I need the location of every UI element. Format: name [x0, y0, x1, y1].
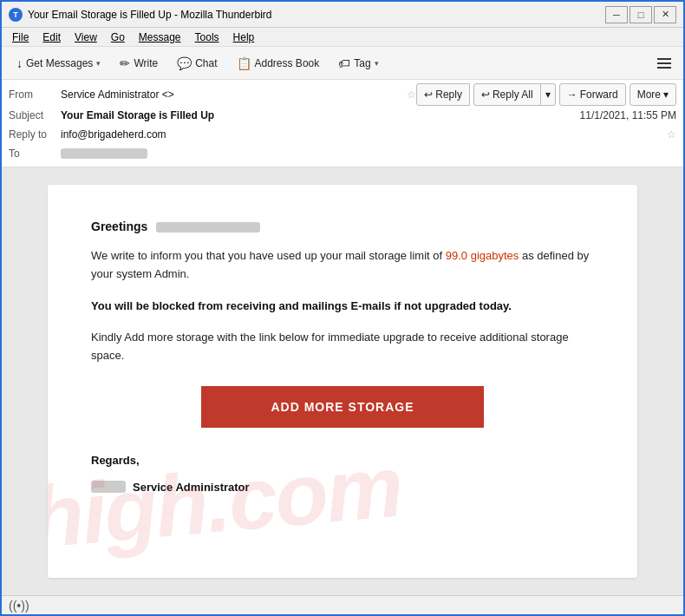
recipient-name-redacted [156, 222, 260, 233]
window-controls: ─ □ ✕ [605, 6, 676, 23]
chat-button[interactable]: 💬 Chat [169, 51, 225, 75]
address-book-button[interactable]: 📋 Address Book [229, 51, 328, 75]
signature-avatar [91, 481, 126, 493]
menu-file[interactable]: File [5, 29, 36, 45]
get-messages-label: Get Messages [26, 57, 93, 69]
date-value: 11/1/2021, 11:55 PM [580, 109, 676, 121]
write-icon: ✏ [120, 56, 130, 70]
greeting-text: Greetings [91, 220, 147, 233]
menu-message[interactable]: Message [132, 29, 188, 45]
para1-highlight: 99.0 gigabytes [446, 249, 519, 262]
reply-all-group: ↩ Reply All ▾ [473, 83, 556, 106]
menu-help[interactable]: Help [226, 29, 262, 45]
email-body-inner: high.com Greetings We write to inform yo… [48, 185, 637, 578]
window-frame: T Your Email Storage is Filled Up - Mozi… [0, 0, 685, 616]
menu-tools[interactable]: Tools [188, 29, 226, 45]
subject-label: Subject [9, 109, 61, 121]
greeting-line: Greetings [91, 220, 594, 233]
reply-all-label: Reply All [493, 88, 533, 101]
email-header: From Service Administrator <> ☆ ↩ Reply … [2, 80, 683, 167]
add-more-storage-button[interactable]: ADD MORE STORAGE [201, 386, 483, 428]
write-label: Write [134, 57, 158, 69]
from-label: From [9, 88, 61, 101]
more-label: More [637, 88, 661, 101]
get-messages-dropdown-icon: ▾ [96, 59, 101, 68]
from-star-icon[interactable]: ☆ [407, 88, 416, 101]
forward-button[interactable]: → Forward [559, 83, 626, 106]
forward-icon: → [567, 88, 577, 101]
close-button[interactable]: ✕ [654, 6, 676, 23]
address-book-icon: 📋 [237, 56, 251, 70]
hamburger-line-1 [657, 58, 671, 60]
body-paragraph-3: Kindly Add more storage with the link be… [91, 329, 594, 365]
tag-button[interactable]: 🏷 Tag ▾ [330, 51, 386, 75]
signature-row: Service Administrator [91, 481, 594, 494]
to-value-redacted [61, 148, 147, 159]
toolbar: ↓ Get Messages ▾ ✏ Write 💬 Chat 📋 Addres… [2, 47, 683, 80]
to-row: To [9, 144, 676, 163]
signature-regards: Regards, [91, 454, 594, 467]
app-icon: T [9, 8, 23, 22]
body-paragraph-1: We write to inform you that you have use… [91, 247, 594, 284]
subject-value: Your Email Storage is Filled Up [61, 109, 580, 121]
maximize-button[interactable]: □ [630, 6, 652, 23]
get-messages-button[interactable]: ↓ Get Messages ▾ [9, 51, 108, 75]
status-bar: ((•)) [2, 595, 683, 614]
reply-to-value: info@brigadeherd.com [61, 128, 663, 141]
reply-to-row: Reply to info@brigadeherd.com ☆ [9, 125, 676, 144]
tag-label: Tag [354, 57, 370, 69]
hamburger-line-2 [657, 62, 671, 64]
reply-group: ↩ Reply [416, 83, 470, 106]
cta-wrapper: ADD MORE STORAGE [91, 386, 594, 428]
reply-to-star-icon[interactable]: ☆ [667, 128, 676, 141]
reply-all-button[interactable]: ↩ Reply All [473, 83, 541, 106]
para1-pre: We write to inform you that you have use… [91, 249, 446, 262]
write-button[interactable]: ✏ Write [112, 51, 166, 75]
reply-all-icon: ↩ [481, 88, 490, 101]
chat-label: Chat [195, 57, 217, 69]
menu-bar: File Edit View Go Message Tools Help [2, 28, 683, 47]
hamburger-menu-button[interactable] [652, 51, 676, 75]
body-paragraph-2: You will be blocked from receiving and m… [91, 298, 594, 316]
wifi-icon: ((•)) [9, 599, 29, 613]
action-buttons: ↩ Reply ↩ Reply All ▾ → Forward [416, 83, 676, 106]
menu-go[interactable]: Go [104, 29, 132, 45]
reply-all-dropdown-button[interactable]: ▾ [541, 83, 556, 106]
address-book-label: Address Book [255, 57, 320, 69]
minimize-button[interactable]: ─ [605, 6, 628, 23]
forward-label: Forward [580, 88, 618, 101]
subject-row: Subject Your Email Storage is Filled Up … [9, 106, 676, 125]
tag-icon: 🏷 [338, 56, 350, 70]
chat-icon: 💬 [177, 56, 192, 70]
more-button[interactable]: More ▾ [630, 83, 676, 106]
to-label: To [9, 147, 61, 160]
hamburger-line-3 [657, 67, 671, 69]
tag-dropdown-icon: ▾ [375, 59, 379, 68]
menu-edit[interactable]: Edit [36, 29, 68, 45]
reply-button[interactable]: ↩ Reply [416, 83, 470, 106]
email-body-outer: high.com Greetings We write to inform yo… [2, 167, 683, 595]
menu-view[interactable]: View [68, 29, 104, 45]
get-messages-icon: ↓ [16, 56, 23, 70]
title-bar: T Your Email Storage is Filled Up - Mozi… [2, 2, 683, 28]
reply-icon: ↩ [424, 88, 433, 101]
from-value: Service Administrator <> [61, 88, 403, 101]
signature-name: Service Administrator [133, 481, 250, 494]
reply-to-label: Reply to [9, 128, 61, 141]
more-dropdown-icon: ▾ [663, 88, 669, 101]
reply-label: Reply [435, 88, 462, 101]
window-title: Your Email Storage is Filled Up - Mozill… [28, 9, 605, 21]
reply-all-dropdown-icon: ▾ [545, 88, 551, 101]
